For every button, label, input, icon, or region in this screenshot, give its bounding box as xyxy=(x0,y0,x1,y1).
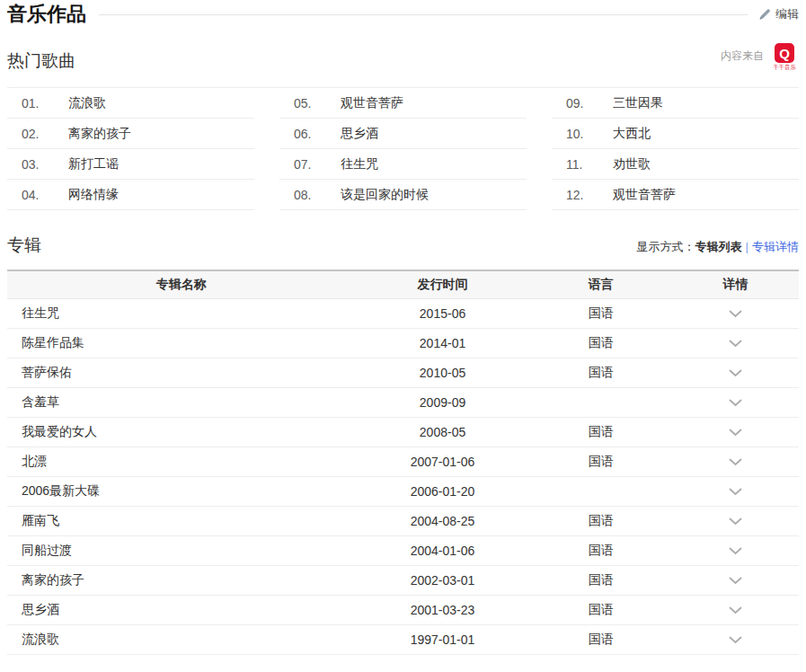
expand-details-button[interactable] xyxy=(723,545,748,557)
chevron-down-icon xyxy=(729,517,742,526)
chevron-down-icon xyxy=(729,577,742,585)
hot-songs-list: 01. 流浪歌 02. 离家的孩子 03. 新打工谣 04. 网络情缘 xyxy=(7,87,799,210)
expand-details-button[interactable] xyxy=(723,308,748,320)
song-item: 09. 三世因果 xyxy=(552,88,799,119)
release-date-cell: 2015-06 xyxy=(356,298,530,328)
mode-album-list[interactable]: 专辑列表 xyxy=(695,240,742,253)
song-link[interactable]: 三世因果 xyxy=(613,95,663,111)
expand-details-button[interactable] xyxy=(723,397,748,409)
expand-details-button[interactable] xyxy=(723,634,748,646)
language-cell: 国语 xyxy=(529,447,672,476)
page-header: 音乐作品 编辑 xyxy=(7,0,799,25)
music-works-page: 音乐作品 编辑 热门歌曲 内容来自 Q 千千音乐 xyxy=(0,0,806,655)
display-mode-label: 显示方式： xyxy=(637,240,695,253)
mode-separator: | xyxy=(746,240,748,253)
col-header-language: 语言 xyxy=(529,270,672,298)
language-cell: 国语 xyxy=(529,298,672,328)
qianqian-music-logo[interactable]: Q 千千音乐 xyxy=(770,43,799,71)
song-item: 02. 离家的孩子 xyxy=(7,119,254,149)
chevron-down-icon xyxy=(729,399,742,407)
chevron-down-icon xyxy=(729,488,742,496)
song-link[interactable]: 网络情缘 xyxy=(68,187,119,203)
albums-head: 专辑 显示方式：专辑列表|专辑详情 xyxy=(7,234,799,257)
album-name-cell: 思乡酒 xyxy=(7,595,356,624)
qianqian-logo-icon: Q xyxy=(775,43,794,63)
table-row: 流浪歌 1997-01-01 国语 xyxy=(7,624,799,654)
language-cell: 国语 xyxy=(529,624,672,654)
song-link[interactable]: 该是回家的时候 xyxy=(341,187,429,203)
table-row: 菩萨保佑 2010-05 国语 xyxy=(7,358,799,387)
source-label: 内容来自 xyxy=(721,49,764,71)
details-cell xyxy=(672,417,799,447)
mode-album-detail[interactable]: 专辑详情 xyxy=(752,240,799,253)
table-row: 陈星作品集 2014-01 国语 xyxy=(7,328,799,358)
song-item: 12. 观世音菩萨 xyxy=(552,180,799,210)
album-name-cell: 陈星作品集 xyxy=(7,328,356,358)
song-number: 11. xyxy=(566,157,595,172)
song-number: 09. xyxy=(566,96,595,111)
expand-details-button[interactable] xyxy=(723,486,748,498)
song-number: 07. xyxy=(294,157,323,172)
release-date-cell: 2009-09 xyxy=(356,387,530,417)
chevron-down-icon xyxy=(729,369,742,377)
release-date-cell: 2010-05 xyxy=(356,358,530,387)
release-date-cell: 2007-01-06 xyxy=(356,447,530,476)
song-link[interactable]: 离家的孩子 xyxy=(68,126,131,142)
album-name-cell: 雁南飞 xyxy=(7,506,356,535)
song-link[interactable]: 观世音菩萨 xyxy=(341,95,403,111)
details-cell xyxy=(672,565,799,595)
expand-details-button[interactable] xyxy=(723,338,748,349)
album-name-cell: 含羞草 xyxy=(7,387,356,417)
expand-details-button[interactable] xyxy=(723,367,748,379)
language-cell: 国语 xyxy=(529,417,672,447)
song-link[interactable]: 观世音菩萨 xyxy=(613,187,676,203)
table-row: 思乡酒 2001-03-23 国语 xyxy=(7,595,799,624)
expand-details-button[interactable] xyxy=(723,575,748,587)
details-cell xyxy=(672,535,799,565)
song-link[interactable]: 流浪歌 xyxy=(68,95,106,111)
song-number: 03. xyxy=(22,157,50,172)
expand-details-button[interactable] xyxy=(723,516,748,527)
details-cell xyxy=(672,595,799,624)
release-date-cell: 2002-03-01 xyxy=(356,565,530,595)
album-name-cell: 离家的孩子 xyxy=(7,565,356,595)
details-cell xyxy=(672,328,799,358)
expand-details-button[interactable] xyxy=(723,427,748,438)
table-row: 同船过渡 2004-01-06 国语 xyxy=(7,535,799,565)
song-item: 01. 流浪歌 xyxy=(7,88,254,119)
chevron-down-icon xyxy=(729,606,742,615)
song-link[interactable]: 思乡酒 xyxy=(341,126,378,142)
edit-label: 编辑 xyxy=(775,6,799,22)
song-link[interactable]: 大西北 xyxy=(613,126,651,142)
release-date-cell: 2004-08-25 xyxy=(356,506,530,535)
song-number: 08. xyxy=(294,188,323,202)
col-header-album-name: 专辑名称 xyxy=(7,270,356,298)
chevron-down-icon xyxy=(729,636,742,644)
song-link[interactable]: 往生咒 xyxy=(341,156,378,172)
content-source: 内容来自 Q 千千音乐 xyxy=(721,43,799,73)
song-item: 07. 往生咒 xyxy=(279,149,527,180)
chevron-down-icon xyxy=(729,310,742,318)
song-number: 06. xyxy=(294,127,323,141)
details-cell xyxy=(672,387,799,417)
song-number: 02. xyxy=(22,127,50,141)
song-link[interactable]: 新打工谣 xyxy=(68,156,119,172)
language-cell: 国语 xyxy=(529,595,672,624)
expand-details-button[interactable] xyxy=(723,456,748,468)
song-item: 08. 该是回家的时候 xyxy=(279,180,527,210)
table-row: 我最爱的女人 2008-05 国语 xyxy=(7,417,799,447)
song-link[interactable]: 劝世歌 xyxy=(613,156,651,172)
album-name-cell: 菩萨保佑 xyxy=(7,358,356,387)
edit-button[interactable]: 编辑 xyxy=(758,6,799,22)
song-item: 05. 观世音菩萨 xyxy=(279,88,527,119)
details-cell xyxy=(672,447,799,476)
language-cell xyxy=(529,476,672,506)
song-item: 10. 大西北 xyxy=(552,119,799,149)
expand-details-button[interactable] xyxy=(723,605,748,616)
album-name-cell: 2006最新大碟 xyxy=(7,476,356,506)
language-cell: 国语 xyxy=(529,328,672,358)
release-date-cell: 2014-01 xyxy=(356,328,530,358)
release-date-cell: 2008-05 xyxy=(356,417,530,447)
release-date-cell: 2004-01-06 xyxy=(356,535,530,565)
hot-songs-head: 热门歌曲 内容来自 Q 千千音乐 xyxy=(7,43,799,73)
